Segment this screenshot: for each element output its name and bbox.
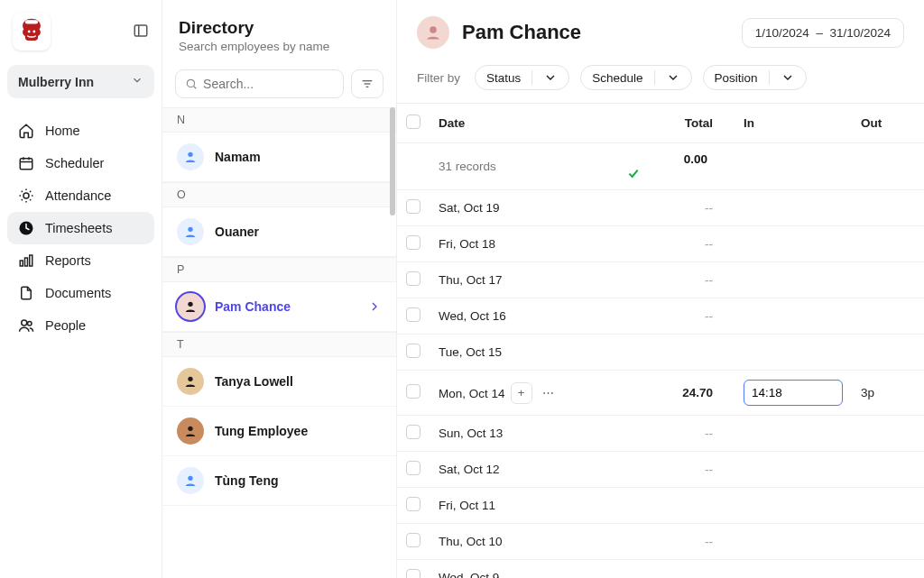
avatar — [177, 293, 204, 320]
time-in-input[interactable] — [744, 380, 843, 406]
directory-panel: Directory Search employees by name NNama… — [162, 0, 397, 578]
select-all-checkbox[interactable] — [406, 115, 420, 129]
svg-rect-13 — [25, 258, 28, 266]
sidebar: Mulberry Inn HomeSchedulerAttendanceTime… — [0, 0, 162, 578]
table-row[interactable]: Fri, Oct 18-- — [397, 226, 924, 262]
row-checkbox[interactable] — [406, 569, 420, 578]
avatar — [177, 417, 204, 445]
nav-timesheets[interactable]: Timesheets — [7, 212, 154, 244]
group-O: O — [162, 182, 396, 207]
svg-point-10 — [23, 193, 29, 198]
date-range-picker[interactable]: 1/10/2024 – 31/10/2024 — [742, 18, 904, 48]
svg-rect-12 — [20, 261, 23, 266]
table-row[interactable]: Mon, Oct 14+⋯24.703p — [397, 371, 924, 416]
svg-rect-14 — [30, 255, 32, 266]
search-field[interactable] — [203, 77, 334, 91]
table-row[interactable]: Wed, Oct 16-- — [397, 298, 924, 335]
chevron-down-icon — [131, 74, 143, 89]
svg-point-16 — [28, 322, 32, 326]
directory-item[interactable]: Ouaner — [162, 207, 396, 257]
table-row[interactable]: Wed, Oct 9-- — [397, 560, 924, 579]
nav-people[interactable]: People — [7, 309, 154, 342]
add-entry-button[interactable]: + — [511, 382, 532, 404]
svg-rect-6 — [20, 159, 32, 170]
employee-name: Pam Chance — [462, 21, 581, 44]
directory-item[interactable]: Pam Chance — [162, 282, 396, 332]
row-checkbox[interactable] — [406, 271, 420, 286]
check-icon — [626, 166, 641, 180]
avatar — [177, 218, 204, 245]
nav-attendance[interactable]: Attendance — [7, 179, 154, 212]
timesheets-icon — [18, 220, 34, 236]
directory-item[interactable]: Tùng Teng — [162, 456, 396, 506]
table-row[interactable]: Thu, Oct 10-- — [397, 524, 924, 560]
chevron-down-icon — [666, 70, 680, 85]
col-out[interactable]: Out — [852, 104, 924, 143]
row-checkbox[interactable] — [406, 533, 420, 547]
filter-schedule[interactable]: Schedule — [580, 65, 691, 90]
nav-scheduler[interactable]: Scheduler — [7, 147, 154, 179]
row-checkbox[interactable] — [406, 199, 420, 214]
row-checkbox[interactable] — [406, 425, 420, 439]
row-checkbox[interactable] — [406, 384, 420, 399]
col-in[interactable]: In — [735, 104, 852, 143]
chevron-right-icon — [367, 299, 382, 314]
directory-title: Directory — [179, 18, 380, 38]
timesheet-grid[interactable]: Date Total In Out 31 records0.00Sat, Oct… — [397, 103, 924, 578]
col-total[interactable]: Total — [617, 104, 735, 143]
table-row[interactable]: Fri, Oct 11 — [397, 488, 924, 524]
row-checkbox[interactable] — [406, 307, 420, 322]
summary-total: 0.00 — [617, 143, 735, 190]
directory-list[interactable]: NNamamOOuanerPPam ChanceTTanya LowellTun… — [162, 107, 396, 578]
svg-point-1 — [28, 31, 31, 33]
row-checkbox[interactable] — [406, 344, 420, 358]
summary-records: 31 records — [430, 143, 617, 190]
avatar — [177, 467, 204, 494]
directory-filter-button[interactable] — [351, 69, 383, 98]
org-switcher[interactable]: Mulberry Inn — [7, 65, 154, 98]
documents-icon — [18, 285, 34, 301]
group-N: N — [162, 107, 396, 133]
svg-point-27 — [188, 476, 192, 481]
chevron-down-icon — [543, 70, 558, 85]
nav-documents[interactable]: Documents — [7, 277, 154, 309]
table-row[interactable]: Sun, Oct 13-- — [397, 416, 924, 452]
scheduler-icon — [18, 155, 34, 171]
row-checkbox[interactable] — [406, 461, 420, 475]
nav-home[interactable]: Home — [7, 115, 154, 147]
search-input[interactable] — [175, 69, 344, 98]
avatar — [177, 368, 204, 395]
table-row[interactable]: Tue, Oct 15 — [397, 335, 924, 371]
directory-item[interactable]: Tanya Lowell — [162, 357, 396, 407]
directory-item[interactable]: Tung Employee — [162, 407, 396, 456]
svg-point-26 — [188, 427, 192, 431]
nav-reports[interactable]: Reports — [7, 244, 154, 277]
scrollbar-thumb[interactable] — [390, 107, 395, 216]
chevron-down-icon — [781, 70, 795, 85]
filter-position[interactable]: Position — [703, 65, 807, 90]
col-date[interactable]: Date — [430, 104, 617, 143]
svg-point-2 — [32, 31, 35, 33]
app-logo[interactable] — [13, 13, 51, 50]
collapse-sidebar-icon[interactable] — [133, 23, 149, 41]
svg-rect-3 — [25, 20, 38, 23]
org-name: Mulberry Inn — [18, 75, 94, 89]
row-checkbox[interactable] — [406, 235, 420, 250]
filter-status[interactable]: Status — [475, 65, 569, 90]
table-row[interactable]: Sat, Oct 19-- — [397, 190, 924, 226]
table-row[interactable]: Sat, Oct 12-- — [397, 452, 924, 488]
attendance-icon — [18, 188, 34, 204]
row-menu-button[interactable]: ⋯ — [538, 382, 559, 404]
directory-item[interactable]: Namam — [162, 133, 396, 182]
reports-icon — [18, 252, 34, 269]
svg-point-24 — [188, 302, 192, 307]
table-row[interactable]: Thu, Oct 17-- — [397, 262, 924, 298]
row-checkbox[interactable] — [406, 497, 420, 511]
home-icon — [18, 123, 34, 139]
directory-subtitle: Search employees by name — [179, 40, 380, 53]
svg-point-15 — [22, 320, 27, 326]
svg-rect-4 — [134, 25, 147, 36]
svg-point-23 — [188, 227, 192, 232]
svg-point-28 — [430, 26, 437, 33]
avatar — [177, 143, 204, 170]
